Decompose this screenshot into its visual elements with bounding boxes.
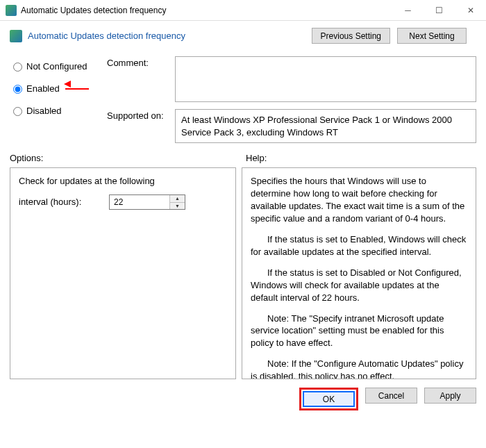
state-radio-group: Not Configured Enabled Disabled [10, 52, 107, 127]
interval-spinner[interactable]: ▲ ▼ [109, 194, 185, 210]
options-interval-label: interval (hours): [19, 196, 102, 208]
comment-label: Comment: [107, 56, 175, 68]
policy-icon [10, 30, 22, 42]
radio-disabled[interactable]: Disabled [10, 105, 107, 116]
help-paragraph: Note: The "Specify intranet Microsoft up… [251, 313, 467, 350]
supported-on-label: Supported on: [107, 109, 175, 121]
ok-highlight-box: OK [299, 388, 358, 410]
radio-not-configured[interactable]: Not Configured [10, 60, 107, 72]
options-label: Options: [10, 153, 246, 163]
radio-enabled-label: Enabled [26, 83, 60, 94]
highlight-arrow-icon [65, 83, 89, 94]
help-label: Help: [246, 153, 267, 163]
maximize-button[interactable]: ☐ [424, 0, 455, 21]
interval-input[interactable] [110, 195, 169, 209]
radio-not-configured-label: Not Configured [26, 61, 87, 72]
radio-enabled[interactable]: Enabled [10, 83, 107, 94]
help-paragraph: Specifies the hours that Windows will us… [251, 175, 467, 225]
window-title: Automatic Updates detection frequency [21, 6, 392, 15]
options-check-label: Check for updates at the following [19, 175, 227, 188]
help-paragraph: Note: If the "Configure Automatic Update… [251, 358, 467, 379]
help-paragraph: If the status is set to Disabled or Not … [251, 267, 467, 304]
close-button[interactable]: ✕ [455, 0, 486, 21]
comment-textarea[interactable] [175, 56, 476, 102]
titlebar: Automatic Updates detection frequency ─ … [0, 0, 486, 21]
next-setting-button[interactable]: Next Setting [397, 28, 467, 44]
header: Automatic Updates detection frequency Pr… [0, 21, 486, 48]
supported-on-text: At least Windows XP Professional Service… [175, 109, 476, 143]
apply-button[interactable]: Apply [424, 388, 476, 404]
spinner-up-icon[interactable]: ▲ [170, 195, 185, 203]
ok-button[interactable]: OK [303, 391, 355, 407]
radio-enabled-input[interactable] [13, 85, 22, 94]
radio-not-configured-input[interactable] [13, 63, 22, 72]
help-paragraph: If the status is set to Enabled, Windows… [251, 233, 467, 258]
radio-disabled-label: Disabled [26, 106, 62, 116]
policy-title: Automatic Updates detection frequency [28, 31, 312, 41]
minimize-button[interactable]: ─ [392, 0, 424, 21]
spinner-down-icon[interactable]: ▼ [170, 203, 185, 210]
footer: OK Cancel Apply [0, 379, 486, 419]
options-pane: Check for updates at the following inter… [10, 167, 236, 379]
help-pane: Specifies the hours that Windows will us… [242, 167, 476, 379]
cancel-button[interactable]: Cancel [365, 388, 417, 404]
app-icon [6, 5, 17, 16]
previous-setting-button[interactable]: Previous Setting [312, 28, 390, 44]
radio-disabled-input[interactable] [13, 107, 22, 116]
